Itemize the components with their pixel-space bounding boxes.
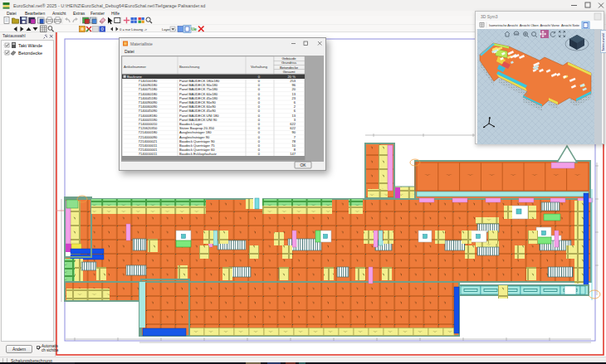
- svg-text:Taktauswahl: Taktauswahl: [601, 33, 605, 51]
- svg-text:Materialliste: Materialliste: [130, 41, 153, 46]
- svg-text:Vorhaltung: Vorhaltung: [251, 65, 268, 69]
- svg-text:OK: OK: [300, 163, 306, 167]
- svg-text:Artikelnummer: Artikelnummer: [124, 65, 147, 69]
- svg-text:0 = nur Lösung ->: 0 = nur Lösung ->: [120, 27, 148, 32]
- svg-text:Ue: Ue: [192, 27, 198, 32]
- svg-text:Grundriss: Grundriss: [281, 61, 296, 65]
- svg-text:7140000011: 7140000011: [139, 152, 158, 156]
- svg-text:Gebäude: Gebäude: [281, 56, 296, 61]
- svg-text:Gesamt: Gesamt: [283, 70, 296, 74]
- svg-text:Baudeck Eckkopfaufsatz: Baudeck Eckkopfaufsatz: [179, 152, 217, 156]
- svg-text:3D Sym3: 3D Sym3: [481, 14, 498, 19]
- svg-text:Isometrische Ansicht Ansicht: Isometrische Ansicht Ansicht Oben Ansich…: [489, 23, 580, 27]
- svg-text:147: 147: [290, 152, 296, 156]
- svg-text:Betondecke: Betondecke: [280, 66, 299, 70]
- svg-text:Datei: Datei: [125, 49, 134, 54]
- svg-text:Betondecke: Betondecke: [18, 51, 42, 56]
- svg-text:Takt Wände: Takt Wände: [18, 43, 42, 48]
- svg-text:Bezeichnung: Bezeichnung: [179, 65, 200, 69]
